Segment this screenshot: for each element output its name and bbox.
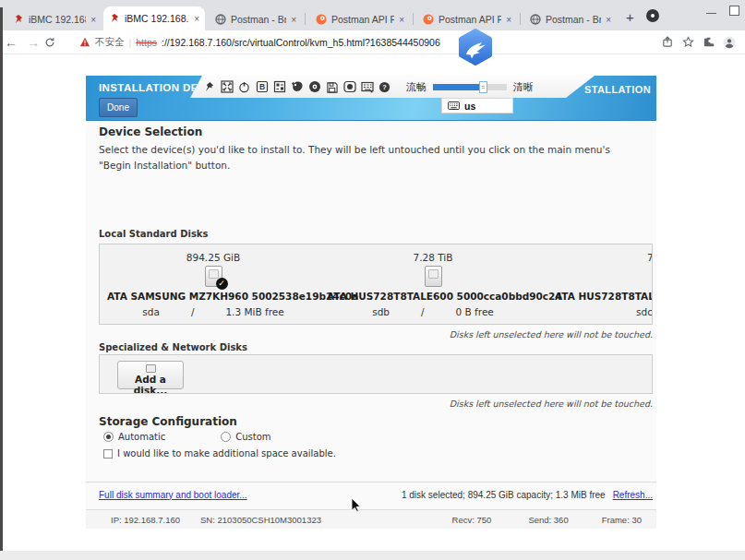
extensions-puzzle-icon[interactable] (703, 36, 715, 48)
tab-search-icon[interactable] (646, 9, 659, 22)
disk-dev: sdc (636, 306, 653, 317)
extra-space-label: I would like to make additional space av… (117, 448, 336, 459)
keyboard-b-icon[interactable]: B (255, 80, 269, 94)
tab-close-icon[interactable]: × (194, 14, 199, 24)
mouse-cursor (351, 497, 362, 512)
record-icon[interactable] (342, 80, 356, 94)
status-ip: IP: 192.168.7.160 (111, 515, 180, 525)
status-recv: Recv: 750 (452, 515, 492, 525)
window-maximize-button[interactable] (729, 6, 739, 16)
kvm-toolbar: B ? 流畅 清晰 (190, 76, 595, 98)
tab-title: Postman API Platfo (439, 14, 501, 25)
new-tab-button[interactable]: + (626, 9, 634, 25)
quality-low-label: 流畅 (406, 80, 427, 94)
disk-icon: ✓ (205, 266, 222, 287)
tab-separator (305, 13, 306, 25)
local-disks-panel: 894.25 GiB ✓ ATA SAMSUNG MZ7KH960 500253… (99, 244, 653, 325)
extra-space-checkbox[interactable]: I would like to make additional space av… (103, 448, 336, 459)
radio-automatic[interactable]: Automatic (103, 432, 165, 442)
quality-slider[interactable] (433, 84, 507, 90)
postman-favicon (423, 14, 434, 25)
reload-icon[interactable] (44, 37, 66, 48)
device-selection-heading: Device Selection (99, 125, 202, 138)
background-window-edge (0, 7, 3, 560)
disk-sdc[interactable]: 7 ATA HUS728T8TALE600 sdc (555, 252, 653, 317)
storage-configuration-heading: Storage Configuration (99, 415, 237, 428)
storage-mode-radios: Automatic Custom (103, 432, 271, 442)
tab-title: Postman - Browse (231, 14, 286, 25)
radio-automatic-label: Automatic (118, 432, 165, 442)
done-button[interactable]: Done (99, 98, 138, 117)
url-text: ://192.168.7.160/src/virtualControl/kvm_… (162, 37, 440, 48)
browser-navbar: ← → 不安全 | https ://192.168.7.160/src/vir… (0, 30, 745, 54)
radio-custom[interactable]: Custom (221, 432, 270, 442)
display-layout-icon[interactable] (272, 80, 286, 94)
disk-free: 1.3 MiB free (225, 306, 283, 317)
tab-ibmc-2-active[interactable]: iBMC 192.168.7.16 × (103, 6, 205, 30)
address-bar[interactable]: 不安全 | https ://192.168.7.160/src/virtual… (79, 36, 440, 49)
disk-slash: / (191, 306, 195, 317)
disk-size: 7 (555, 252, 653, 263)
back-icon[interactable]: ← (0, 35, 22, 50)
quality-slider-handle[interactable] (479, 81, 487, 93)
tab-ibmc-1[interactable]: iBMC 192.168.7.16 × (7, 8, 102, 30)
local-disks-note: Disks left unselected here will not be t… (450, 329, 653, 340)
tab-close-icon[interactable]: × (291, 15, 296, 25)
status-send: Send: 360 (528, 515, 568, 525)
disk-dev: sda (142, 306, 160, 317)
mouse-icon[interactable] (290, 80, 304, 94)
status-frame: Frame: 30 (602, 515, 642, 525)
tab-close-icon[interactable]: × (606, 15, 611, 25)
address-divider: | (129, 37, 132, 48)
tab-title: iBMC 192.168.7.16 (125, 13, 189, 24)
radio-unselected-icon (221, 432, 231, 442)
svg-text:?: ? (382, 83, 387, 91)
disk-sdb[interactable]: 7.28 TiB ATA HUS728T8TALE600 5000cca0bbd… (327, 252, 539, 317)
tab-close-icon[interactable]: × (506, 15, 511, 25)
security-warning-text: 不安全 (95, 36, 125, 49)
quality-high-label: 清晰 (513, 80, 534, 94)
help-icon[interactable]: ? (378, 80, 391, 94)
network-disks-note: Disks left unselected here will not be t… (450, 399, 653, 409)
disk-sda[interactable]: 894.25 GiB ✓ ATA SAMSUNG MZ7KH960 500253… (107, 252, 319, 317)
bookmark-star-icon[interactable] (682, 36, 694, 48)
full-disk-summary-link[interactable]: Full disk summary and boot loader... (99, 490, 247, 500)
fullscreen-icon[interactable] (220, 80, 234, 94)
quality-slider-fill (433, 84, 483, 90)
disk-name: ATA HUS728T8TALE600 5000cca0bbd90c24 (327, 291, 539, 302)
download-bird-logo[interactable] (455, 28, 496, 68)
refresh-link[interactable]: Refresh... (613, 490, 653, 500)
tab-postman-browse-2[interactable]: Postman - Browse × (524, 8, 617, 30)
kvm-remote-screen: INSTALLATION DESTINATION STALLATION Done… (86, 76, 656, 528)
tab-postman-browse-1[interactable]: Postman - Browse × (210, 8, 302, 30)
forward-icon[interactable]: → (22, 35, 44, 50)
security-warning-icon (79, 37, 90, 47)
radio-custom-label: Custom (235, 432, 270, 442)
network-disks-label: Specialized & Network Disks (99, 342, 247, 352)
add-disk-button[interactable]: Add a disk... (117, 361, 184, 389)
disk-size: 7.28 TiB (327, 252, 539, 263)
tab-postman-api-1[interactable]: Postman API Platfo × (310, 8, 410, 30)
avatar-icon[interactable] (723, 36, 736, 49)
power-icon[interactable] (237, 80, 251, 94)
keyboard-layout-selector[interactable]: us (441, 98, 513, 113)
selection-summary: 1 disk selected; 894.25 GiB capacity; 1.… (402, 490, 606, 500)
keyboard-layout-value: us (464, 101, 475, 112)
cd-disc-icon[interactable] (307, 80, 321, 94)
globe-favicon (215, 14, 226, 25)
installer-footer: Full disk summary and boot loader... 1 d… (86, 482, 656, 506)
tab-close-icon[interactable]: × (90, 15, 96, 25)
disk-selected-check-icon: ✓ (216, 278, 228, 290)
disk-slash: / (421, 306, 425, 317)
tab-close-icon[interactable]: × (399, 15, 404, 25)
kvm-toolbar-icons: B ? (190, 80, 391, 94)
window-bottom-edge (0, 551, 745, 560)
url-protocol: https (136, 37, 157, 48)
disk-name: ATA HUS728T8TALE600 (555, 291, 653, 302)
floppy-save-icon[interactable] (325, 80, 339, 94)
share-icon[interactable] (662, 36, 674, 48)
window-minimize-button[interactable] (706, 13, 716, 14)
keyboard-macro-icon[interactable] (360, 80, 374, 94)
pin-icon[interactable] (202, 80, 216, 94)
add-disk-label: Add a disk... (134, 374, 167, 394)
